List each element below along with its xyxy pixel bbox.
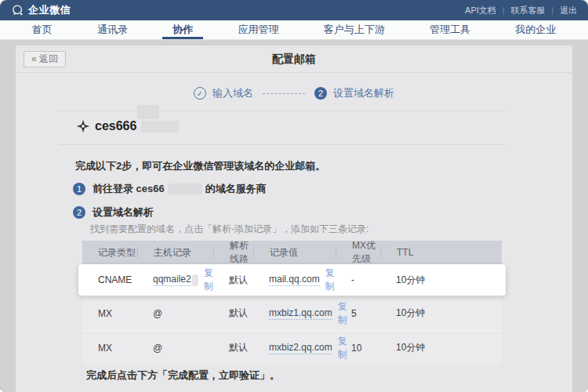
content-outer: « 返回 配置邮箱 ✓ 输入域名 2 设置域名解析 ces666: [0, 40, 588, 392]
tab-my-company[interactable]: 我的企业: [510, 20, 561, 39]
divider: [59, 144, 506, 145]
col-record-value: 记录值: [253, 247, 336, 258]
step1-number-badge: 1: [73, 183, 85, 195]
table-row-mx1: MX @ 默认 mxbiz1.qq.com 复制 5 10分钟: [82, 296, 502, 330]
mx-priority: 5: [336, 308, 380, 319]
mx-priority: -: [336, 274, 380, 285]
topbar: 企业微信 API文档 | 联系客服 | 退出: [0, 0, 588, 20]
resolution-line: 默认: [213, 307, 253, 320]
separator: |: [551, 6, 554, 15]
brand: 企业微信: [11, 3, 71, 17]
footer-instruction: 完成后点击下方「完成配置，立即验证」。: [86, 368, 280, 383]
tab-customers[interactable]: 客户与上下游: [319, 20, 390, 39]
col-mx-priority: MX优先级: [336, 247, 380, 258]
steps-indicator: ✓ 输入域名 2 设置域名解析: [16, 86, 572, 100]
instruction-step-1: 1 前往登录 ces66 的域名服务商: [73, 182, 267, 196]
step-connector: [263, 93, 305, 94]
redaction-box: [137, 105, 159, 119]
ttl-value: 10分钟: [380, 274, 502, 287]
record-value: mxbiz1.qq.com 复制: [253, 300, 336, 327]
contact-support-link[interactable]: 联系客服: [510, 5, 545, 16]
table-row-cname: CNAME qqmaile2 复制 默认 mail.qq.com 复制 - 10…: [78, 264, 506, 296]
instruction-step-2: 2 设置域名解析: [73, 205, 154, 220]
col-host-record: 主机记录: [137, 247, 213, 258]
main-nav: 首页 通讯录 协作 应用管理 客户与上下游 管理工具 我的企业: [0, 20, 588, 40]
tab-admin-tools[interactable]: 管理工具: [425, 20, 475, 39]
check-icon: ✓: [194, 87, 206, 100]
page-title: 配置邮箱: [16, 45, 572, 73]
record-value-text[interactable]: mxbiz2.qq.com: [269, 342, 332, 354]
ttl-value: 10分钟: [380, 341, 502, 354]
redaction-box: [141, 121, 179, 132]
table-row-mx2: MX @ 默认 mxbiz2.qq.com 复制 10 10分钟: [82, 330, 502, 365]
brand-name: 企业微信: [28, 3, 71, 17]
record-value-text[interactable]: mxbiz1.qq.com: [269, 307, 332, 320]
resolution-line: 默认: [213, 341, 253, 354]
host-record: qqmaile2 复制: [137, 267, 213, 293]
record-value: mxbiz2.qq.com 复制: [253, 335, 336, 361]
step2-description: 找到需要配置的域名，点击「解析-添加记录」，添加如下三条记录:: [90, 223, 368, 236]
app-window: 企业微信 API文档 | 联系客服 | 退出 首页 通讯录 协作 应用管理 客户…: [0, 0, 588, 392]
ttl-value: 10分钟: [380, 307, 502, 320]
chat-bubble-icon: [11, 4, 24, 17]
copy-host-link[interactable]: 复制: [204, 267, 213, 293]
step1-text: 前往登录 ces66 的域名服务商: [93, 182, 267, 196]
host-record: @: [137, 308, 213, 319]
table-header-row: 记录类型 主机记录 解析线路 记录值 MX优先级 TTL: [82, 241, 502, 264]
intro-text: 完成以下2步，即可在企业微信管理该域名的企业邮箱。: [75, 159, 325, 173]
tab-collaboration[interactable]: 协作: [168, 20, 198, 39]
col-record-type: 记录类型: [82, 247, 137, 258]
col-ttl: TTL: [380, 247, 502, 258]
record-type: MX: [82, 343, 137, 354]
step2-badge: 2: [314, 87, 327, 100]
col-resolution-line: 解析线路: [213, 247, 253, 258]
tab-app-management[interactable]: 应用管理: [233, 20, 283, 39]
tab-contacts[interactable]: 通讯录: [93, 20, 132, 39]
compass-domain-icon: [76, 119, 90, 133]
step2-label: 设置域名解析: [333, 86, 394, 100]
logout-link[interactable]: 退出: [560, 5, 577, 16]
redaction-box: [168, 183, 202, 194]
content-panel: « 返回 配置邮箱 ✓ 输入域名 2 设置域名解析 ces666: [16, 45, 572, 392]
host-record-value[interactable]: qqmaile2: [153, 274, 191, 286]
mx-priority: 10: [336, 343, 380, 354]
step1-label: 输入域名: [212, 86, 253, 100]
domain-name: ces666: [95, 119, 136, 133]
topbar-links: API文档 | 联系客服 | 退出: [465, 5, 577, 16]
step2-title: 设置域名解析: [93, 205, 154, 220]
redaction-box: [192, 274, 198, 286]
tab-home[interactable]: 首页: [27, 20, 57, 39]
separator: |: [503, 6, 505, 15]
domain-row: ces666: [76, 118, 179, 134]
step2-number-badge: 2: [73, 206, 85, 219]
copy-value-link[interactable]: 复制: [325, 267, 336, 293]
divider: [59, 111, 506, 111]
host-record: @: [137, 343, 213, 354]
dns-records-table: 记录类型 主机记录 解析线路 记录值 MX优先级 TTL CNAME qqmai…: [82, 241, 502, 365]
step1-text-post: 的域名服务商: [205, 182, 267, 196]
record-type: CNAME: [82, 274, 137, 285]
record-value: mail.qq.com 复制: [253, 267, 336, 293]
record-type: MX: [82, 308, 137, 319]
record-value-text[interactable]: mail.qq.com: [269, 274, 320, 286]
api-docs-link[interactable]: API文档: [465, 5, 496, 16]
step1-text-pre: 前往登录 ces66: [93, 182, 165, 196]
resolution-line: 默认: [213, 274, 253, 287]
